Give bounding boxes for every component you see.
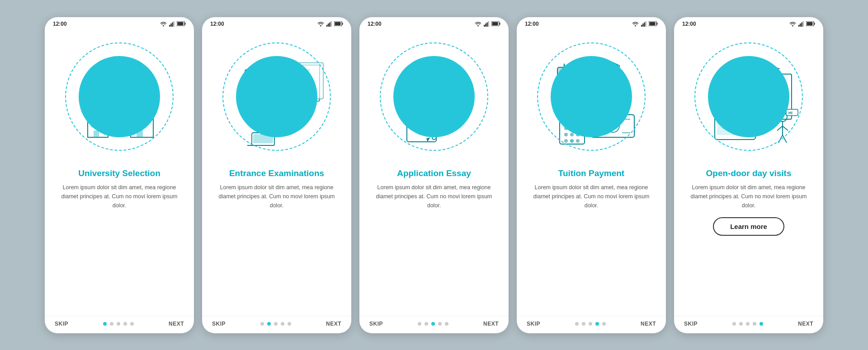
signal-icon-4: [641, 21, 646, 27]
circle-bg-1: [79, 56, 160, 137]
svg-rect-74: [488, 21, 490, 27]
svg-rect-98: [646, 21, 647, 27]
card-body-4: Lorem ipsum dolor sit dim amet, mea regi…: [527, 183, 656, 210]
dot-4-0: [575, 322, 579, 326]
content-1: University Selection Lorem ipsum dolor s…: [45, 164, 194, 316]
bottom-nav-4: SKIP NEXT: [517, 316, 666, 333]
dot-1-4: [130, 322, 134, 326]
status-bar-2: 12:00: [202, 17, 351, 29]
card-body-5: Lorem ipsum dolor sit dim amet, mea regi…: [684, 183, 813, 210]
signal-icon: [169, 21, 175, 27]
status-icons-5: [789, 21, 815, 27]
dot-5-1: [739, 322, 743, 326]
next-btn-4[interactable]: NEXT: [641, 321, 656, 327]
svg-rect-73: [486, 22, 488, 27]
dots-4: [575, 322, 606, 326]
dot-2-4: [288, 322, 291, 326]
phone-3: 12:00: [359, 17, 509, 333]
bottom-nav-5: SKIP NEXT: [674, 316, 823, 333]
dot-4-2: [589, 322, 592, 326]
svg-rect-145: [807, 22, 813, 26]
dot-3-2: [431, 322, 435, 326]
illustration-3: [359, 29, 509, 164]
svg-rect-40: [331, 21, 332, 27]
phone-4: 12:00: [517, 17, 666, 333]
dot-2-1: [267, 322, 271, 326]
card-body-3: Lorem ipsum dolor sit dim amet, mea regi…: [369, 183, 499, 210]
battery-icon-4: [649, 21, 658, 26]
svg-rect-71: [484, 25, 485, 27]
bottom-nav-3: SKIP NEXT: [359, 316, 509, 333]
svg-rect-1: [169, 25, 170, 27]
battery-icon-2: [334, 21, 343, 26]
circle-bg-3: [393, 56, 475, 137]
next-btn-3[interactable]: NEXT: [483, 321, 499, 327]
svg-rect-95: [641, 25, 642, 27]
svg-rect-144: [814, 23, 815, 25]
status-icons-2: [317, 21, 343, 27]
skip-btn-1[interactable]: SKIP: [55, 321, 68, 327]
status-icons-1: [160, 21, 186, 27]
dot-1-0: [103, 322, 107, 326]
status-bar-1: 12:00: [45, 17, 194, 29]
battery-icon-5: [806, 21, 815, 26]
wifi-icon-2: [317, 21, 324, 27]
svg-rect-72: [485, 23, 486, 27]
status-bar-3: 12:00: [359, 17, 509, 29]
dot-1-3: [123, 322, 127, 326]
time-4: 12:00: [525, 21, 539, 27]
skip-btn-5[interactable]: SKIP: [684, 321, 698, 327]
dot-4-4: [602, 322, 606, 326]
phone-1: 12:00: [45, 17, 194, 333]
svg-rect-76: [500, 23, 500, 25]
circle-bg-2: [236, 56, 317, 137]
svg-point-0: [163, 25, 164, 26]
svg-rect-139: [798, 25, 800, 27]
status-icons-3: [475, 21, 500, 27]
battery-icon: [177, 21, 186, 26]
time-3: 12:00: [368, 21, 382, 27]
svg-rect-7: [178, 22, 184, 26]
svg-rect-101: [650, 22, 656, 26]
svg-rect-2: [170, 23, 172, 27]
svg-rect-6: [185, 23, 186, 25]
illustration-5: Hola Hi: [674, 29, 823, 164]
bottom-nav-2: SKIP NEXT: [202, 316, 351, 333]
time-5: 12:00: [682, 21, 696, 27]
dot-3-3: [438, 322, 442, 326]
dot-4-1: [582, 322, 585, 326]
svg-point-36: [320, 25, 321, 26]
card-body-2: Lorem ipsum dolor sit dim amet, mea regi…: [212, 183, 341, 210]
next-btn-5[interactable]: NEXT: [798, 321, 813, 327]
dot-3-4: [445, 322, 448, 326]
learn-more-button[interactable]: Learn more: [713, 217, 784, 236]
svg-point-138: [792, 25, 793, 26]
dot-2-3: [281, 322, 284, 326]
next-btn-2[interactable]: NEXT: [326, 321, 341, 327]
dot-5-2: [746, 322, 750, 326]
next-btn-1[interactable]: NEXT: [169, 321, 184, 327]
svg-rect-3: [172, 22, 173, 27]
wifi-icon-3: [475, 21, 481, 27]
svg-rect-142: [803, 21, 804, 27]
card-title-4: Tuition Payment: [527, 168, 656, 179]
card-title-1: University Selection: [55, 168, 184, 179]
svg-rect-140: [800, 23, 801, 27]
skip-btn-3[interactable]: SKIP: [369, 321, 383, 327]
phones-container: 12:00: [45, 17, 823, 333]
illustration-4: $ $: [517, 29, 666, 164]
dots-2: [260, 322, 291, 326]
svg-rect-77: [492, 22, 498, 26]
skip-btn-4[interactable]: SKIP: [527, 321, 540, 327]
time-2: 12:00: [210, 21, 224, 27]
dots-1: [103, 322, 134, 326]
content-2: Entrance Examinations Lorem ipsum dolor …: [202, 164, 351, 316]
phone-2: 12:00: [202, 17, 351, 333]
circle-bg-4: [551, 56, 632, 137]
status-bar-5: 12:00: [674, 17, 823, 29]
dots-5: [732, 322, 763, 326]
battery-icon-3: [491, 21, 500, 26]
skip-btn-2[interactable]: SKIP: [212, 321, 226, 327]
card-title-5: Open-door day visits: [684, 168, 813, 179]
dot-1-1: [110, 322, 113, 326]
